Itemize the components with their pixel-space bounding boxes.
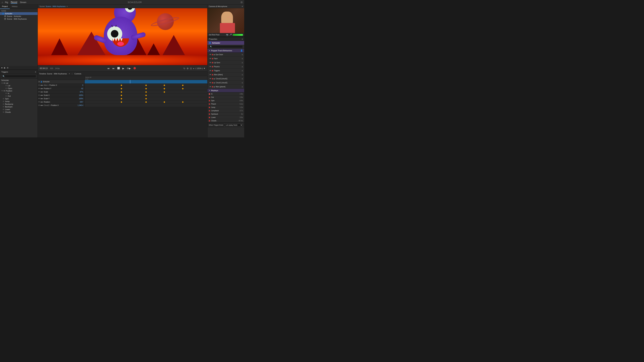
properties-search-input[interactable]: [209, 45, 243, 48]
triggers-add-button[interactable]: +: [35, 70, 36, 73]
camera-menu-icon[interactable]: ≡: [242, 5, 243, 7]
tab-history[interactable]: History: [10, 5, 20, 9]
behaviors-section-header[interactable]: ▼ Puppet Track Behaviors 👤: [208, 49, 244, 53]
replay-item-spinback: Spinback 2s: [208, 112, 244, 116]
track-vis-icon[interactable]: 👁: [38, 94, 40, 96]
mars-vis-icon[interactable]: 👁: [210, 86, 211, 88]
mars-menu-icon[interactable]: ≡: [242, 86, 243, 88]
record-button[interactable]: [133, 67, 136, 70]
scene-menu-icon[interactable]: ≡: [66, 5, 68, 7]
cloud2-status-dot: [212, 78, 213, 79]
nav-rig[interactable]: Rig: [5, 1, 8, 3]
timeline-menu-icon[interactable]: ≡: [69, 73, 70, 75]
eye-gaze-vis-icon[interactable]: 👁: [210, 54, 211, 55]
tree-scene-icon-2: 🎬: [4, 18, 6, 20]
zoom-arrow[interactable]: ▼: [204, 67, 205, 69]
physics-vis-icon[interactable]: 👁: [210, 66, 211, 67]
properties-menu-icon[interactable]: ≡: [242, 38, 243, 40]
trigger-label: In: [8, 92, 36, 94]
cloud2-menu-icon[interactable]: ≡: [242, 78, 243, 80]
set-rest-pose-label[interactable]: Set Rest Pose: [209, 34, 225, 36]
settings-icon[interactable]: ⚙: [187, 67, 189, 70]
lid-expand-arrow[interactable]: ▼: [1, 82, 3, 84]
window-expand-icon[interactable]: ⊡: [241, 1, 242, 3]
trigger-item-backjump[interactable]: ⊙ Backjump: [0, 103, 38, 105]
triggers-vis-icon[interactable]: 👁: [210, 70, 211, 71]
track-value-scale-x: 100%: [79, 94, 83, 96]
track-vis-icon[interactable]: 👁: [38, 98, 40, 99]
face-vis-icon[interactable]: 👁: [210, 58, 211, 59]
camera-off-icon[interactable]: 📷: [226, 34, 228, 36]
cloud1-menu-icon[interactable]: ≡: [242, 82, 243, 84]
cloud1-expand-arrow[interactable]: ▶: [214, 82, 215, 84]
trigger-item-backspin[interactable]: ⊙ Backspin: [0, 105, 38, 108]
sidebar-icon-3[interactable]: ⊞: [7, 67, 8, 69]
step-back-button[interactable]: ⏭: [112, 67, 116, 70]
trigger-item-lower[interactable]: ⊙ Lower: [0, 108, 38, 111]
cloud2-vis-icon[interactable]: 👁: [210, 78, 211, 80]
face-menu-icon[interactable]: ≡: [242, 57, 243, 60]
stop-button[interactable]: [117, 67, 120, 70]
replay-name-clouds: Clouds: [211, 120, 238, 122]
monitor-icon[interactable]: ⊡: [190, 67, 192, 70]
mars-expand-arrow[interactable]: ▶: [214, 86, 215, 88]
alien-vis-icon[interactable]: 👁: [210, 74, 211, 76]
trigger-item-open[interactable]: ⊙ Open: [0, 87, 38, 90]
tree-item-scene-keyframes[interactable]: 🎬 Scene - With Keyframes: [0, 17, 38, 20]
trigger-item-out[interactable]: ⊙ Out: [0, 95, 38, 97]
triggers-status-dot: [212, 70, 213, 71]
alien-menu-icon[interactable]: ≡: [242, 73, 243, 76]
tab-project[interactable]: Project: [0, 5, 10, 9]
tree-item-schizzler[interactable]: 👤 Schizzler: [0, 12, 38, 15]
behavior-item-mars: 👁 ▶ Mars [planet] ≡: [208, 85, 244, 89]
cloud1-vis-icon[interactable]: 👁: [210, 82, 211, 84]
lip-sync-vis-icon[interactable]: 👁: [210, 62, 211, 63]
trigger-item-in[interactable]: ⊙ In: [0, 92, 38, 95]
refresh-icon[interactable]: ↻: [184, 67, 185, 70]
trigger-item-spin[interactable]: ⊙ Spin: [0, 97, 38, 100]
scene-name-link[interactable]: Scene - With Keyframes: [46, 5, 66, 7]
position-expand-arrow[interactable]: ▼: [1, 90, 3, 92]
nav-stream[interactable]: Stream: [20, 1, 26, 3]
triggers-search-input[interactable]: [1, 75, 36, 78]
track-vis-icon[interactable]: 👁: [38, 91, 40, 93]
track-vis-icon[interactable]: 👁: [38, 105, 40, 106]
replay-item-out: Out 2.9s: [208, 96, 244, 99]
eye-gaze-menu-icon[interactable]: ≡: [242, 53, 243, 56]
home-icon[interactable]: ⌂: [2, 1, 3, 3]
track-vis-icon[interactable]: 👁: [38, 88, 40, 89]
ruler-track: frames 60 m:ss: [85, 76, 207, 80]
replay-item-lower: Lower 3.6s: [208, 116, 244, 119]
nav-record[interactable]: Record: [11, 1, 17, 4]
track-vis-icon[interactable]: 👁: [38, 84, 40, 86]
when-trigger-label: When Trigger Ends: [209, 124, 223, 126]
when-trigger-ends-select[interactable]: Let replay finish: [224, 123, 243, 127]
cloud2-expand-arrow[interactable]: ▶: [214, 78, 215, 80]
trigger-item-clouds[interactable]: ⊙ Clouds: [0, 111, 38, 113]
keyframe-y2: [145, 88, 147, 89]
skip-back-button[interactable]: ⏮: [107, 67, 110, 70]
physics-menu-icon[interactable]: ≡: [242, 65, 243, 68]
track-vis-icon[interactable]: 👁: [38, 101, 40, 103]
mic-icon[interactable]: 🎤: [230, 34, 232, 36]
trigger-label: Backspin: [5, 106, 36, 108]
sidebar-icon-2[interactable]: ◧: [4, 67, 6, 69]
trigger-item-lid[interactable]: ⊙ Lid: [0, 84, 38, 87]
sidebar-icon-1[interactable]: ■: [1, 67, 2, 69]
monster-tongue: [117, 42, 124, 46]
play-button[interactable]: ▶: [122, 67, 125, 70]
keyframe-y4: [182, 88, 184, 89]
tree-item-scene-schizzler[interactable]: 🎬 Scene - Schizzler: [0, 15, 38, 17]
visibility-icon[interactable]: 👁: [38, 81, 40, 83]
behavior-item-alien: 👁 Alien [Alien] ≡: [208, 73, 244, 77]
replays-section-header[interactable]: ▼ Replays: [208, 89, 244, 92]
controls-tab[interactable]: Controls: [74, 73, 81, 75]
track-row-scale-y: 👁 ◀▶▶ Scale Y 100%: [38, 97, 207, 100]
eye-gaze-expand-arrow[interactable]: ▶: [214, 54, 215, 55]
face-name: Face: [214, 58, 242, 59]
cloud1-name: Cloud1 [cloud2]: [216, 82, 242, 84]
play-loop-button[interactable]: ⟳▶: [126, 67, 132, 70]
lip-sync-menu-icon[interactable]: ≡: [242, 61, 243, 64]
triggers-menu-icon[interactable]: ≡: [242, 69, 243, 72]
trigger-item-jump[interactable]: ⊙ Jump: [0, 100, 38, 103]
